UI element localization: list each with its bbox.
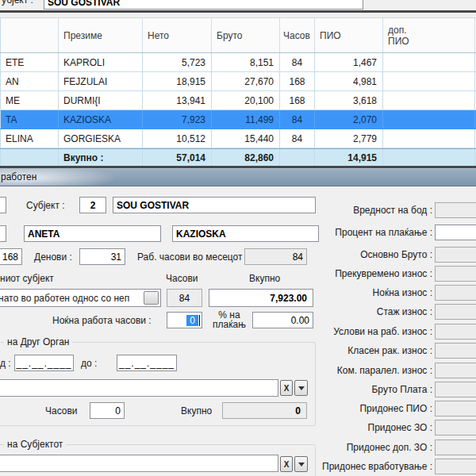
label-class-mgmt-amount: Класен рак. износ : <box>258 345 432 356</box>
total-label: Вкупно : <box>59 149 143 167</box>
label-contribution-zo: Придонес ЗО : <box>258 422 432 433</box>
cell-dop-pio <box>383 129 475 148</box>
cell-gross: 11,499 <box>212 110 280 129</box>
subject-id-field[interactable]: 2 <box>79 197 106 213</box>
label-overtime-amount: Прекувремено износ : <box>258 268 432 279</box>
field-night-amount <box>435 285 476 301</box>
cell-surname: DURMI{I <box>59 91 143 109</box>
col-header-hours[interactable]: Часов <box>280 18 315 52</box>
clipped-field-1[interactable] <box>0 197 6 213</box>
other-org-combo[interactable] <box>0 379 278 397</box>
cell-first-name: ELINA <box>0 129 59 148</box>
other-org-total-label: Вкупно <box>181 405 212 416</box>
col-header-dop-pio[interactable]: доп. ПИО <box>383 18 475 52</box>
to-date-label: до : <box>81 358 97 369</box>
work-hours-month-label: Раб. часови во месецот : <box>137 251 248 263</box>
table-row[interactable]: ME DURMI{I 13,941 20,100 168 3,618 <box>0 91 476 110</box>
cell-dop-pio <box>383 72 475 90</box>
cell-hours: 84 <box>280 110 315 129</box>
field-base-gross <box>435 247 476 263</box>
other-org-group-title: на Друг Орган <box>4 336 72 347</box>
field-value-per-point <box>435 202 476 218</box>
cell-first-name: AN <box>0 72 59 90</box>
cell-blank <box>0 149 59 167</box>
cell-gross: 8,151 <box>212 53 280 71</box>
percent-pay-label: % на плаќањ <box>207 310 251 329</box>
cell-first-name: ME <box>0 91 59 109</box>
label-contribution-employment: Придонес вработување : <box>258 461 432 472</box>
field-contribution-dop-zo <box>435 440 476 455</box>
to-date-field[interactable]: __.__.____ <box>117 355 177 371</box>
other-org-hours-field[interactable]: 0 <box>90 402 125 419</box>
field-contribution-pio <box>435 401 476 416</box>
total-dop-pio <box>383 149 475 167</box>
subject-label: Субјект : <box>26 200 65 211</box>
table-row[interactable]: AN FEJZULAI 18,915 27,670 168 4,981 <box>0 72 476 91</box>
cell-surname: FEJZULAI <box>59 72 143 90</box>
cell-gross: 15,440 <box>212 129 280 148</box>
cell-first-name: ETE <box>0 53 59 71</box>
label-payment-percent: Процент на плаќање : <box>258 227 432 238</box>
field-seniority-amount <box>435 304 476 320</box>
cell-net: 7,923 <box>143 110 212 129</box>
label-value-per-point: Вредност на бод : <box>258 205 432 216</box>
field-comm-parallel-amount <box>435 363 476 378</box>
employees-table: Презиме Нето Бруто Часов ПИО доп. ПИО ET… <box>0 17 476 167</box>
col-header-first-name[interactable] <box>0 18 59 52</box>
field-payment-percent[interactable] <box>435 225 476 240</box>
field-work-conditions-amount <box>435 324 476 340</box>
label-contribution-pio: Придонес ПИО : <box>258 403 432 414</box>
cell-hours: 84 <box>280 53 315 71</box>
hours-column-label: Часови <box>166 273 198 284</box>
cell-net: 10,512 <box>143 129 212 148</box>
col-header-gross[interactable]: Бруто <box>212 18 280 52</box>
field-gross-salary <box>435 382 476 397</box>
label-contribution-dop-zo: Придонес доп. ЗО : <box>258 442 432 453</box>
hours-168-field[interactable]: 168 <box>0 248 22 265</box>
cell-dop-pio <box>383 110 475 129</box>
days-field[interactable]: 31 <box>79 248 125 265</box>
total-net: 57,014 <box>143 149 212 167</box>
cell-hours: 84 <box>280 129 315 148</box>
total-hours <box>280 149 315 167</box>
cell-hours: 168 <box>280 72 315 90</box>
employee-window-titlebar[interactable]: работен <box>0 168 476 186</box>
subject-combo[interactable] <box>0 455 278 472</box>
subject-label-clipped: убјект : <box>2 0 33 6</box>
cell-pio: 4,981 <box>315 72 383 90</box>
cell-surname: KAPROLI <box>59 53 143 71</box>
total-pio: 14,915 <box>315 149 383 167</box>
night-work-selected-text: 0 <box>186 315 198 326</box>
subject-group-title: на Субјектот <box>4 439 66 450</box>
col-header-surname[interactable]: Презиме <box>59 18 143 52</box>
table-row[interactable]: ELINA GORGIESKA 10,512 15,440 84 2,779 <box>0 129 476 148</box>
cell-pio: 3,618 <box>315 91 383 109</box>
cell-net: 18,915 <box>143 72 212 90</box>
table-header-row: Презиме Нето Бруто Часов ПИО доп. ПИО <box>0 17 476 53</box>
night-work-hours-field[interactable]: 0 <box>167 312 202 328</box>
first-name-field[interactable]: ANETA <box>24 225 161 242</box>
cell-dop-pio <box>383 53 475 71</box>
total-gross: 82,860 <box>212 149 280 167</box>
from-date-field[interactable]: __.__.____ <box>14 355 74 371</box>
clipped-field-2[interactable] <box>0 225 6 242</box>
window-title: работен <box>1 171 36 182</box>
cell-pio: 2,070 <box>315 110 383 129</box>
table-row-selected[interactable]: TA KAZIOSKA 7,923 11,499 84 2,070 <box>0 110 476 129</box>
field-overtime-amount <box>435 266 476 282</box>
cell-first-name: TA <box>0 110 59 129</box>
col-header-net[interactable]: Нето <box>143 18 212 52</box>
chevron-down-icon[interactable] <box>144 291 159 305</box>
employment-type-dropdown[interactable]: нато во работен однос со неп <box>0 289 161 307</box>
field-contribution-zo <box>435 420 476 436</box>
table-row[interactable]: ETE KAPROLI 5,723 8,151 84 1,467 <box>0 53 476 72</box>
employment-type-value: нато во работен однос со неп <box>0 293 129 304</box>
night-work-label: Ноќна работа часови : <box>52 315 152 326</box>
from-date-label: д : <box>0 358 11 369</box>
subject-name-field-clipped[interactable]: SOU GOSTIVAR <box>44 0 363 10</box>
cell-pio: 2,779 <box>315 129 383 148</box>
cell-pio: 1,467 <box>315 53 383 71</box>
cell-net: 13,941 <box>143 91 212 109</box>
col-header-pio[interactable]: ПИО <box>315 18 383 52</box>
label-night-amount: Ноќна износ : <box>258 287 432 298</box>
